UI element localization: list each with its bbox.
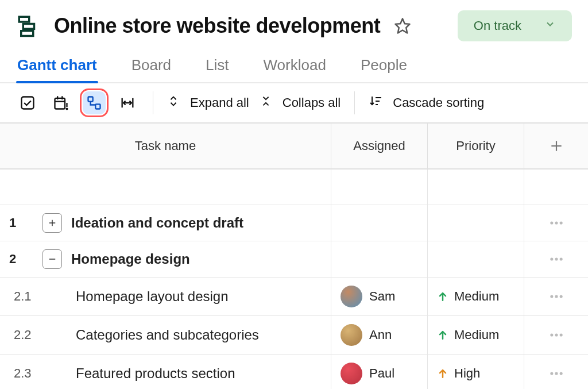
wbs-toggle-button[interactable] <box>83 91 106 114</box>
row-index: 2.1 <box>14 289 38 304</box>
collapse-all-button[interactable]: Collaps all <box>260 95 341 111</box>
avatar <box>341 363 362 384</box>
svg-point-28 <box>550 257 553 260</box>
tab-workload[interactable]: Workload <box>262 52 327 82</box>
priority-cell[interactable]: Medium <box>427 316 524 354</box>
task-row[interactable]: 2.2Categories and subcategoriesAnnMedium <box>0 316 588 355</box>
spacer-row <box>0 170 588 205</box>
priority-arrow-icon <box>437 291 448 302</box>
row-index: 2.3 <box>14 366 38 381</box>
task-name: Homepage layout design <box>76 288 229 305</box>
cascade-sorting-button[interactable]: Cascade sorting <box>369 94 484 111</box>
svg-rect-5 <box>55 98 65 109</box>
assigned-cell[interactable]: Sam <box>331 278 427 315</box>
tab-board[interactable]: Board <box>130 52 172 82</box>
svg-point-37 <box>555 333 558 336</box>
cascade-sorting-label: Cascade sorting <box>393 95 484 110</box>
collapse-toggle[interactable] <box>42 249 62 269</box>
task-row[interactable]: 2.1Homepage layout designSamMedium <box>0 278 588 316</box>
svg-rect-11 <box>88 97 93 102</box>
svg-point-30 <box>559 257 562 260</box>
view-tabs: Gantt chart Board List Workload People <box>0 48 588 83</box>
assigned-cell[interactable]: Paul <box>331 355 427 389</box>
table-header: Task name Assigned Priority <box>0 122 588 170</box>
priority-arrow-icon <box>437 329 448 341</box>
column-width-button[interactable] <box>116 91 139 114</box>
svg-point-25 <box>555 221 558 224</box>
task-row[interactable]: 2Homepage design <box>0 241 588 278</box>
svg-point-42 <box>559 372 562 375</box>
task-name: Featured products section <box>76 365 235 382</box>
task-name: Ideation and concept draft <box>71 215 243 231</box>
svg-rect-2 <box>21 31 33 36</box>
star-icon[interactable] <box>394 17 411 34</box>
priority-cell[interactable] <box>427 241 524 277</box>
separator <box>153 91 153 114</box>
assigned-cell[interactable] <box>331 241 427 277</box>
project-title: Online store website development <box>54 14 380 38</box>
more-actions-button[interactable] <box>533 215 579 231</box>
sort-icon <box>369 94 382 111</box>
svg-point-41 <box>555 372 558 375</box>
svg-point-24 <box>550 221 553 224</box>
project-icon <box>16 14 40 38</box>
task-row[interactable]: 2.3Featured products sectionPaulHigh <box>0 355 588 389</box>
priority-label: Medium <box>454 289 499 304</box>
more-actions-button[interactable] <box>533 327 579 343</box>
svg-rect-0 <box>19 17 29 22</box>
priority-cell[interactable] <box>427 205 524 241</box>
task-row[interactable]: 1Ideation and concept draft <box>0 205 588 241</box>
svg-point-29 <box>555 257 558 260</box>
expand-all-button[interactable]: Expand all <box>167 95 249 111</box>
priority-cell[interactable]: Medium <box>427 278 524 315</box>
assigned-cell[interactable] <box>331 205 427 241</box>
row-index: 1 <box>9 215 33 230</box>
expand-all-label: Expand all <box>190 95 249 110</box>
svg-marker-3 <box>396 19 410 33</box>
task-name: Categories and subcategories <box>76 327 259 343</box>
expand-icon <box>167 95 180 111</box>
svg-rect-12 <box>95 104 100 109</box>
priority-label: High <box>454 366 480 381</box>
overdue-toggle-button[interactable] <box>49 91 72 114</box>
svg-rect-1 <box>23 24 34 29</box>
column-assigned[interactable]: Assigned <box>331 124 427 168</box>
assigned-cell[interactable]: Ann <box>331 316 427 354</box>
separator <box>354 91 355 114</box>
svg-point-32 <box>550 295 553 298</box>
svg-point-26 <box>559 221 562 224</box>
expand-toggle[interactable] <box>42 213 62 233</box>
assignee-name: Paul <box>369 366 394 381</box>
priority-cell[interactable]: High <box>427 355 524 389</box>
svg-point-38 <box>559 333 562 336</box>
svg-point-34 <box>559 295 562 298</box>
assignee-name: Ann <box>369 328 392 342</box>
tab-gantt-chart[interactable]: Gantt chart <box>16 52 98 82</box>
tab-people[interactable]: People <box>359 52 408 82</box>
tab-list[interactable]: List <box>204 52 230 82</box>
task-name: Homepage design <box>71 251 190 267</box>
svg-point-10 <box>67 109 68 110</box>
collapse-all-label: Collaps all <box>283 95 341 110</box>
more-actions-button[interactable] <box>533 365 579 382</box>
column-priority[interactable]: Priority <box>427 124 524 168</box>
svg-rect-4 <box>22 97 34 109</box>
avatar <box>341 286 362 307</box>
checkbox-toggle-button[interactable] <box>16 91 39 114</box>
more-actions-button[interactable] <box>533 288 579 305</box>
gantt-toolbar: Expand all Collaps all Cascade sorting <box>0 83 588 122</box>
column-task-name[interactable]: Task name <box>0 124 331 168</box>
collapse-icon <box>260 95 272 111</box>
svg-point-33 <box>555 295 558 298</box>
status-dropdown[interactable]: On track <box>458 10 572 41</box>
row-index: 2.2 <box>14 328 38 342</box>
assignee-name: Sam <box>369 289 395 304</box>
add-column-button[interactable] <box>524 124 588 168</box>
status-label: On track <box>474 18 521 33</box>
avatar <box>341 324 362 346</box>
project-header: Online store website development On trac… <box>0 0 588 48</box>
row-index: 2 <box>9 252 33 267</box>
more-actions-button[interactable] <box>533 251 579 267</box>
priority-label: Medium <box>454 328 499 342</box>
svg-point-40 <box>550 372 553 375</box>
